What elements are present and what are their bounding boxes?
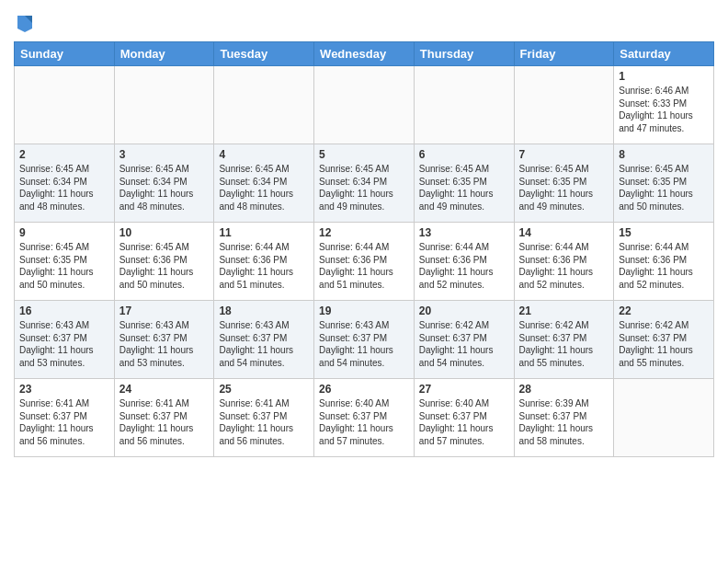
day-number: 16: [19, 304, 109, 317]
day-info: Sunrise: 6:44 AM Sunset: 6:36 PM Dayligh…: [519, 241, 609, 291]
day-info: Sunrise: 6:45 AM Sunset: 6:35 PM Dayligh…: [619, 163, 709, 213]
day-number: 20: [419, 304, 509, 317]
day-info: Sunrise: 6:40 AM Sunset: 6:37 PM Dayligh…: [319, 397, 409, 447]
day-info: Sunrise: 6:45 AM Sunset: 6:35 PM Dayligh…: [419, 163, 509, 213]
day-number: 28: [519, 383, 609, 396]
day-info: Sunrise: 6:41 AM Sunset: 6:37 PM Dayligh…: [219, 397, 309, 447]
day-number: 27: [419, 383, 509, 396]
day-info: Sunrise: 6:45 AM Sunset: 6:34 PM Dayligh…: [119, 163, 210, 213]
day-info: Sunrise: 6:43 AM Sunset: 6:37 PM Dayligh…: [119, 319, 210, 369]
day-number: 14: [519, 226, 609, 239]
calendar-cell: [214, 66, 314, 144]
day-number: 6: [419, 148, 509, 161]
calendar-cell: [514, 66, 614, 144]
weekday-header-sunday: Sunday: [15, 42, 115, 66]
day-info: Sunrise: 6:44 AM Sunset: 6:36 PM Dayligh…: [219, 241, 309, 291]
day-number: 18: [219, 304, 309, 317]
calendar-cell: [114, 66, 214, 144]
calendar-cell: [15, 66, 115, 144]
weekday-header-thursday: Thursday: [414, 42, 514, 66]
weekday-header-wednesday: Wednesday: [314, 42, 415, 66]
calendar-cell: 14Sunrise: 6:44 AM Sunset: 6:36 PM Dayli…: [514, 223, 614, 301]
calendar-cell: 19Sunrise: 6:43 AM Sunset: 6:37 PM Dayli…: [314, 301, 415, 379]
day-number: 9: [19, 226, 109, 239]
calendar-week-2: 2Sunrise: 6:45 AM Sunset: 6:34 PM Daylig…: [15, 144, 714, 223]
calendar-cell: 15Sunrise: 6:44 AM Sunset: 6:36 PM Dayli…: [614, 223, 714, 301]
calendar-cell: [314, 66, 415, 144]
calendar-cell: 6Sunrise: 6:45 AM Sunset: 6:35 PM Daylig…: [414, 144, 514, 223]
day-number: 17: [119, 304, 210, 317]
logo: [14, 14, 34, 34]
day-info: Sunrise: 6:42 AM Sunset: 6:37 PM Dayligh…: [619, 319, 709, 369]
day-info: Sunrise: 6:45 AM Sunset: 6:36 PM Dayligh…: [119, 241, 210, 291]
day-number: 19: [319, 304, 409, 317]
day-info: Sunrise: 6:42 AM Sunset: 6:37 PM Dayligh…: [419, 319, 509, 369]
calendar-week-5: 23Sunrise: 6:41 AM Sunset: 6:37 PM Dayli…: [15, 379, 714, 457]
calendar-cell: 9Sunrise: 6:45 AM Sunset: 6:35 PM Daylig…: [15, 223, 115, 301]
day-info: Sunrise: 6:40 AM Sunset: 6:37 PM Dayligh…: [419, 397, 509, 447]
weekday-header-row: SundayMondayTuesdayWednesdayThursdayFrid…: [15, 42, 714, 66]
day-info: Sunrise: 6:45 AM Sunset: 6:34 PM Dayligh…: [319, 163, 409, 213]
day-number: 13: [419, 226, 509, 239]
day-number: 1: [619, 70, 709, 83]
calendar-week-4: 16Sunrise: 6:43 AM Sunset: 6:37 PM Dayli…: [15, 301, 714, 379]
day-info: Sunrise: 6:41 AM Sunset: 6:37 PM Dayligh…: [119, 397, 210, 447]
day-number: 4: [219, 148, 309, 161]
day-info: Sunrise: 6:45 AM Sunset: 6:35 PM Dayligh…: [519, 163, 609, 213]
day-info: Sunrise: 6:45 AM Sunset: 6:35 PM Dayligh…: [19, 241, 109, 291]
day-number: 21: [519, 304, 609, 317]
day-number: 24: [119, 383, 210, 396]
calendar-cell: 20Sunrise: 6:42 AM Sunset: 6:37 PM Dayli…: [414, 301, 514, 379]
calendar-cell: 5Sunrise: 6:45 AM Sunset: 6:34 PM Daylig…: [314, 144, 415, 223]
header: [14, 9, 714, 34]
day-number: 25: [219, 383, 309, 396]
calendar-cell: 23Sunrise: 6:41 AM Sunset: 6:37 PM Dayli…: [15, 379, 115, 457]
calendar-cell: 21Sunrise: 6:42 AM Sunset: 6:37 PM Dayli…: [514, 301, 614, 379]
day-info: Sunrise: 6:41 AM Sunset: 6:37 PM Dayligh…: [19, 397, 109, 447]
weekday-header-saturday: Saturday: [614, 42, 714, 66]
calendar-cell: 12Sunrise: 6:44 AM Sunset: 6:36 PM Dayli…: [314, 223, 415, 301]
calendar-cell: 7Sunrise: 6:45 AM Sunset: 6:35 PM Daylig…: [514, 144, 614, 223]
weekday-header-friday: Friday: [514, 42, 614, 66]
day-number: 7: [519, 148, 609, 161]
calendar-cell: [414, 66, 514, 144]
calendar-cell: 18Sunrise: 6:43 AM Sunset: 6:37 PM Dayli…: [214, 301, 314, 379]
calendar-cell: [614, 379, 714, 457]
calendar-table: SundayMondayTuesdayWednesdayThursdayFrid…: [14, 41, 714, 457]
calendar-week-1: 1Sunrise: 6:46 AM Sunset: 6:33 PM Daylig…: [15, 66, 714, 144]
day-info: Sunrise: 6:45 AM Sunset: 6:34 PM Dayligh…: [219, 163, 309, 213]
day-number: 11: [219, 226, 309, 239]
day-number: 23: [19, 383, 109, 396]
calendar-cell: 25Sunrise: 6:41 AM Sunset: 6:37 PM Dayli…: [214, 379, 314, 457]
weekday-header-monday: Monday: [114, 42, 214, 66]
day-info: Sunrise: 6:44 AM Sunset: 6:36 PM Dayligh…: [419, 241, 509, 291]
calendar-cell: 13Sunrise: 6:44 AM Sunset: 6:36 PM Dayli…: [414, 223, 514, 301]
day-number: 26: [319, 383, 409, 396]
day-info: Sunrise: 6:43 AM Sunset: 6:37 PM Dayligh…: [219, 319, 309, 369]
day-number: 22: [619, 304, 709, 317]
day-number: 12: [319, 226, 409, 239]
calendar-cell: 28Sunrise: 6:39 AM Sunset: 6:37 PM Dayli…: [514, 379, 614, 457]
calendar-cell: 26Sunrise: 6:40 AM Sunset: 6:37 PM Dayli…: [314, 379, 415, 457]
day-number: 5: [319, 148, 409, 161]
day-info: Sunrise: 6:43 AM Sunset: 6:37 PM Dayligh…: [319, 319, 409, 369]
day-info: Sunrise: 6:43 AM Sunset: 6:37 PM Dayligh…: [19, 319, 109, 369]
day-number: 8: [619, 148, 709, 161]
day-number: 10: [119, 226, 210, 239]
calendar-week-3: 9Sunrise: 6:45 AM Sunset: 6:35 PM Daylig…: [15, 223, 714, 301]
calendar-cell: 1Sunrise: 6:46 AM Sunset: 6:33 PM Daylig…: [614, 66, 714, 144]
day-info: Sunrise: 6:42 AM Sunset: 6:37 PM Dayligh…: [519, 319, 609, 369]
calendar-cell: 2Sunrise: 6:45 AM Sunset: 6:34 PM Daylig…: [15, 144, 115, 223]
calendar-cell: 24Sunrise: 6:41 AM Sunset: 6:37 PM Dayli…: [114, 379, 214, 457]
calendar-cell: 11Sunrise: 6:44 AM Sunset: 6:36 PM Dayli…: [214, 223, 314, 301]
calendar-cell: 27Sunrise: 6:40 AM Sunset: 6:37 PM Dayli…: [414, 379, 514, 457]
day-info: Sunrise: 6:44 AM Sunset: 6:36 PM Dayligh…: [319, 241, 409, 291]
calendar-cell: 8Sunrise: 6:45 AM Sunset: 6:35 PM Daylig…: [614, 144, 714, 223]
page: SundayMondayTuesdayWednesdayThursdayFrid…: [0, 0, 728, 471]
day-info: Sunrise: 6:46 AM Sunset: 6:33 PM Dayligh…: [619, 85, 709, 134]
day-info: Sunrise: 6:44 AM Sunset: 6:36 PM Dayligh…: [619, 241, 709, 291]
calendar-cell: 22Sunrise: 6:42 AM Sunset: 6:37 PM Dayli…: [614, 301, 714, 379]
day-number: 3: [119, 148, 210, 161]
day-info: Sunrise: 6:45 AM Sunset: 6:34 PM Dayligh…: [19, 163, 109, 213]
day-info: Sunrise: 6:39 AM Sunset: 6:37 PM Dayligh…: [519, 397, 609, 447]
